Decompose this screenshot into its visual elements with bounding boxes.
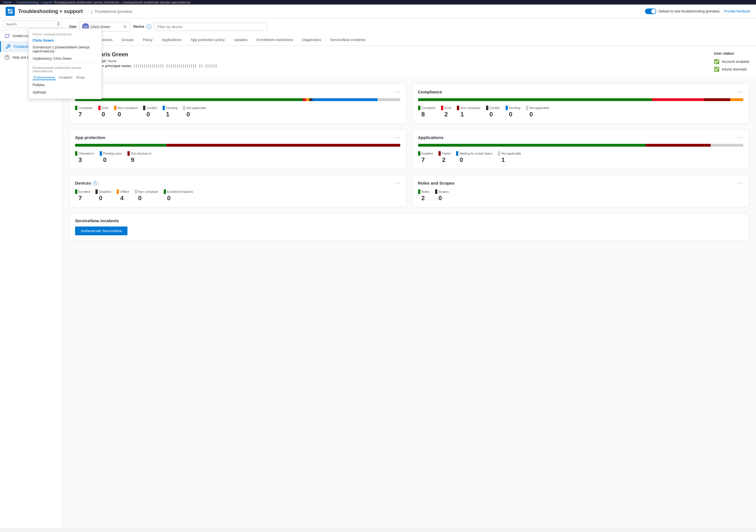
app-protection-stats-row: Checked in 3 Pending sync 0 Not checked … [75,151,400,164]
compliance-bar [418,98,743,101]
applications-bar-na [711,144,743,146]
compliance-card-title: Compliance [418,90,442,94]
profile-info: Chris Green Email: None User principal n… [96,51,707,68]
tab-enrollment[interactable]: Enrollment restrictions [252,35,298,45]
sidebar-popup: Pomoc i obsługa techniczna Chris Green S… [28,28,62,99]
toggle-label: Default to new troubleshooting (preview) [659,9,719,13]
applications-stats-row: Installed 7 Failed 2 Waiting for install… [418,151,743,164]
popup-item-polityka[interactable]: Polityka [29,81,62,89]
compliance-bar-error [652,98,704,101]
devices-stat-enrolled: Enrolled 7 [75,189,90,202]
app-protection-stat-checked: Checked in 3 [75,151,94,164]
app-header: Troubleshooting + support | Troubleshoot… [0,5,756,18]
devices-stat-offline: Offline 4 [117,189,129,202]
compliance-bar-compliant [418,98,652,101]
devices-stat-disabled: Disabled 0 [95,189,111,202]
map-icon [5,33,10,39]
app-protection-card-title: App protection [75,135,105,140]
compliance-bar-noncompliant [704,98,730,101]
page-header: User CG Chris Green ✕ Device i [62,18,756,45]
policy-bar-conflict [309,98,312,101]
tab-applications[interactable]: Applications [157,35,186,45]
devices-stat-offline-value: 4 [117,195,129,202]
tab-diagnostics[interactable]: Diagnostics [298,35,326,45]
tab-app-protection[interactable]: App protection policy [186,35,230,45]
svg-rect-3 [11,12,13,14]
applications-stat-waiting: Waiting for install status 0 [456,151,492,164]
roles-card-menu[interactable]: ··· [737,180,743,186]
compliance-stat-compliant: Compliant 8 [418,106,436,118]
roles-stats-row: Roles 2 Scopes 0 [418,189,743,202]
breadcrumb-sep: › [13,1,14,4]
compliance-stat-noncompliant: Non compliant 1 [457,106,480,118]
popup-item-0[interactable]: Scenariusze z przewodnikiem (wersja zapo… [29,43,62,55]
tab-groups[interactable]: Groups [117,35,139,45]
device-field: Device i [133,23,749,31]
roles-card: Roles and Scopes ··· Roles 2 Scopes 0 [412,175,749,207]
svg-rect-0 [8,9,10,11]
sidebar-collapse-button[interactable]: ⟨⟨ [57,21,60,26]
policy-bar-compliant [75,98,303,101]
policy-stat-noncompliant: Non compliant 0 [114,106,137,118]
policy-bar [75,98,400,101]
app-protection-card-menu[interactable]: ··· [394,135,400,141]
applications-card-header: Applications ··· [418,135,743,141]
popup-item-1[interactable]: Użytkownicy: Chris Green [29,55,62,62]
intune-logo-icon [7,9,13,14]
authenticate-servicenow-button[interactable]: Authenticate ServiceNow [75,226,127,235]
app-protection-stat-not-checked-value: 9 [127,156,151,164]
device-info-icon: i [147,24,151,29]
devices-card-menu[interactable]: ··· [394,180,400,186]
profile-name: Chris Green [96,51,707,58]
applications-bar-failed [646,144,711,146]
intune-licensed-icon: ✅ [714,66,719,72]
user-label: User [69,25,77,29]
search-input[interactable] [3,21,59,28]
popup-user[interactable]: Chris Green [29,37,62,43]
compliance-card-menu[interactable]: ··· [737,89,743,95]
policy-stat-na: Not applicable 0 [183,106,206,118]
preview-toggle[interactable] [645,9,656,14]
user-chip-close-button[interactable]: ✕ [123,24,127,29]
roles-card-title: Roles and Scopes [418,181,455,185]
svg-rect-1 [11,9,13,11]
svg-rect-2 [8,12,10,14]
feedback-link[interactable]: Provide feedback [724,9,750,13]
compliance-stat-compliant-value: 8 [418,111,436,118]
popup-item-aplikacje[interactable]: Aplikacje [29,89,62,96]
app-protection-bar-checked [75,144,166,146]
app-layout: ⟨⟨ Guided scenarios (preview) Troublesho… [0,18,756,528]
page-header-top: User CG Chris Green ✕ Device i [69,22,749,31]
applications-stat-failed-value: 2 [439,156,450,164]
popup-sub-tab-1[interactable]: Urządzeń [58,75,62,80]
devices-card: Devices i ··· Enrolled 7 Disabled 0 [69,175,406,207]
policy-stat-conflict-value: 0 [143,111,157,118]
policy-bar-noncompliant [306,98,309,101]
devices-stat-enrollment-failures: Enrollment failures 0 [164,189,193,202]
popup-sub-tab-0[interactable]: Podsumowanie [33,75,56,80]
roles-stat-scopes-value: 0 [435,195,449,202]
tab-servicenow[interactable]: ServiceNow incidents [326,35,370,45]
roles-stat-scopes: Scopes 0 [435,189,449,202]
policy-stat-compliant: Compliant 7 [75,106,93,118]
app-protection-stat-pending: Pending sync 0 [100,151,122,164]
tab-policy[interactable]: Policy [138,35,157,45]
applications-stat-na-value: 1 [498,156,521,164]
policy-stat-compliant-value: 7 [75,111,93,118]
device-filter-input[interactable] [154,23,267,31]
policy-card-menu[interactable]: ··· [394,89,400,95]
popup-header: Pomoc i obsługa techniczna [29,31,62,37]
compliance-stat-noncompliant-value: 1 [457,111,480,118]
compliance-card: Compliance ··· Compliant 8 [412,84,749,123]
status-intune-licensed: ✅ Intune licensed [714,66,749,72]
home-link[interactable]: Home [3,1,12,4]
top-bar: Home › Troubleshooting + support Rozwiąz… [0,0,756,5]
applications-card-menu[interactable]: ··· [737,135,743,141]
user-status: User status ✅ Account enabled ✅ Intune l… [714,51,749,72]
troubleshooting-link[interactable]: Troubleshooting + support [16,1,52,4]
toggle-thumb [651,9,656,13]
main-content: User CG Chris Green ✕ Device i [62,18,756,528]
intune-licensed-label: Intune licensed [722,67,746,71]
compliance-stat-na: Not applicable 0 [526,106,549,118]
tab-updates[interactable]: Updates [230,35,252,45]
